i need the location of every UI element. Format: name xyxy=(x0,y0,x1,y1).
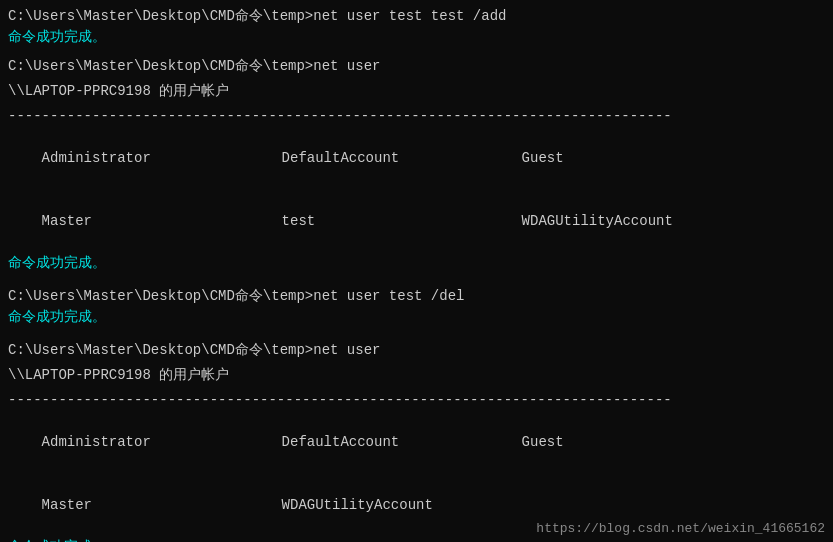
user-col3: Guest xyxy=(522,434,564,450)
user-list-2-row1: AdministratorDefaultAccountGuest xyxy=(8,411,825,474)
user-col2: WDAGUtilityAccount xyxy=(282,495,522,516)
user-col3: WDAGUtilityAccount xyxy=(522,213,673,229)
separator-1: ----------------------------------------… xyxy=(8,106,825,127)
terminal-window: C:\Users\Master\Desktop\CMD命令\temp>net u… xyxy=(0,0,833,542)
output-line-1: 命令成功完成。 xyxy=(8,27,825,48)
output-line-2: 命令成功完成。 xyxy=(8,253,825,274)
user-col1: Administrator xyxy=(42,432,282,453)
user-col3: Guest xyxy=(522,150,564,166)
user-list-1-row2: MastertestWDAGUtilityAccount xyxy=(8,190,825,253)
user-col1: Administrator xyxy=(42,148,282,169)
separator-2: ----------------------------------------… xyxy=(8,390,825,411)
laptop-label-1: \\LAPTOP-PPRC9198 的用户帐户 xyxy=(8,81,825,102)
user-col2: test xyxy=(282,211,522,232)
cmd-line-1: C:\Users\Master\Desktop\CMD命令\temp>net u… xyxy=(8,6,825,27)
cmd-line-3: C:\Users\Master\Desktop\CMD命令\temp>net u… xyxy=(8,286,825,307)
user-col2: DefaultAccount xyxy=(282,148,522,169)
user-list-1-row1: AdministratorDefaultAccountGuest xyxy=(8,127,825,190)
user-col1: Master xyxy=(42,211,282,232)
user-col1: Master xyxy=(42,495,282,516)
output-line-4: 命令成功完成。 xyxy=(8,537,825,542)
cmd-line-2: C:\Users\Master\Desktop\CMD命令\temp>net u… xyxy=(8,56,825,77)
laptop-label-2: \\LAPTOP-PPRC9198 的用户帐户 xyxy=(8,365,825,386)
watermark: https://blog.csdn.net/weixin_41665162 xyxy=(536,521,825,536)
cmd-line-4: C:\Users\Master\Desktop\CMD命令\temp>net u… xyxy=(8,340,825,361)
output-line-3: 命令成功完成。 xyxy=(8,307,825,328)
user-col2: DefaultAccount xyxy=(282,432,522,453)
